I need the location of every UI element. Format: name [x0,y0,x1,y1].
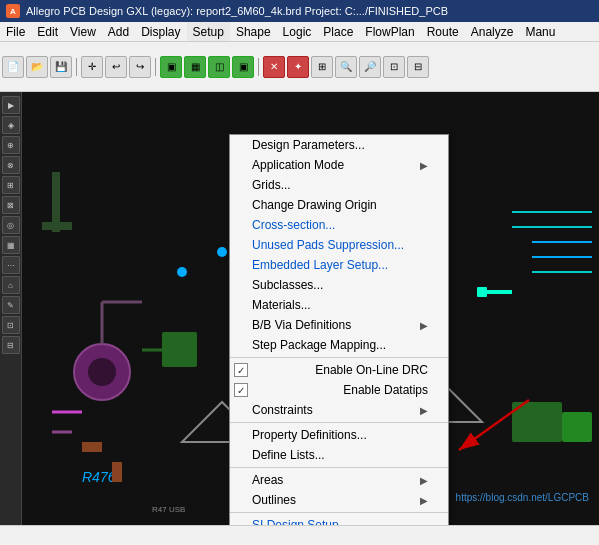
dd-step-pkg-label: Step Package Mapping... [252,338,386,352]
dd-embedded-layer[interactable]: Embedded Layer Setup... [230,255,448,275]
dd-change-origin-label: Change Drawing Origin [252,198,377,212]
toolbar-btn4[interactable]: ▣ [232,56,254,78]
menu-place[interactable]: Place [317,22,359,41]
toolbar-btn5[interactable]: ✕ [263,56,285,78]
dd-cross-section[interactable]: Cross-section... [230,215,448,235]
app-icon: A [6,4,20,18]
toolbar-save[interactable]: 💾 [50,56,72,78]
dd-constraints-label: Constraints [252,403,313,417]
sidebar-btn9[interactable]: ⋯ [2,256,20,274]
toolbar-btn6[interactable]: ✦ [287,56,309,78]
sidebar-btn6[interactable]: ⊠ [2,196,20,214]
sidebar-btn13[interactable]: ⊟ [2,336,20,354]
dd-constraints[interactable]: Constraints ▶ [230,400,448,420]
dd-step-pkg[interactable]: Step Package Mapping... [230,335,448,355]
toolbar-zoom-in[interactable]: 🔍 [335,56,357,78]
sidebar-btn7[interactable]: ◎ [2,216,20,234]
svg-rect-22 [82,442,102,452]
dd-subclasses-label: Subclasses... [252,278,323,292]
dd-outlines-arrow: ▶ [420,495,428,506]
toolbar-undo[interactable]: ↩ [105,56,127,78]
dd-app-mode-label: Application Mode [252,158,344,172]
menu-flowplan[interactable]: FlowPlan [359,22,420,41]
watermark: https://blog.csdn.net/LGCPCB [456,492,589,503]
toolbar-sep2 [155,58,156,76]
title-text: Allegro PCB Design GXL (legacy): report2… [26,5,448,17]
toolbar-zoom-fit[interactable]: ⊡ [383,56,405,78]
dd-property-defs[interactable]: Property Definitions... [230,425,448,445]
dd-design-params[interactable]: Design Parameters... [230,135,448,155]
toolbar-btn3[interactable]: ◫ [208,56,230,78]
toolbar-btn1[interactable]: ▣ [160,56,182,78]
toolbar-open[interactable]: 📂 [26,56,48,78]
dd-bb-via-arrow: ▶ [420,320,428,331]
dd-enable-datatips[interactable]: ✓ Enable Datatips [230,380,448,400]
dd-app-mode[interactable]: Application Mode ▶ [230,155,448,175]
svg-rect-14 [512,402,562,442]
svg-text:R47 USB: R47 USB [152,505,185,514]
toolbar-redo[interactable]: ↪ [129,56,151,78]
dd-bb-via[interactable]: B/B Via Definitions ▶ [230,315,448,335]
sidebar-btn3[interactable]: ⊕ [2,136,20,154]
menu-manu[interactable]: Manu [519,22,561,41]
svg-rect-23 [112,462,122,482]
dd-define-lists-label: Define Lists... [252,448,325,462]
main-area: ▶ ◈ ⊕ ⊗ ⊞ ⊠ ◎ ▦ ⋯ ⌂ ✎ ⊡ ⊟ [0,92,599,525]
menu-setup[interactable]: Setup [187,22,230,41]
menu-shape[interactable]: Shape [230,22,277,41]
dd-change-origin[interactable]: Change Drawing Origin [230,195,448,215]
dd-property-defs-label: Property Definitions... [252,428,367,442]
dd-design-params-label: Design Parameters... [252,138,365,152]
dd-cross-section-label: Cross-section... [252,218,335,232]
setup-dropdown[interactable]: Design Parameters... Application Mode ▶ … [229,134,449,525]
svg-point-20 [177,267,187,277]
toolbar-btn7[interactable]: ⊞ [311,56,333,78]
svg-rect-15 [562,412,592,442]
dd-subclasses[interactable]: Subclasses... [230,275,448,295]
menu-analyze[interactable]: Analyze [465,22,520,41]
menu-route[interactable]: Route [421,22,465,41]
sidebar-btn10[interactable]: ⌂ [2,276,20,294]
menu-display[interactable]: Display [135,22,186,41]
menu-view[interactable]: View [64,22,102,41]
menu-add[interactable]: Add [102,22,135,41]
dd-areas[interactable]: Areas ▶ [230,470,448,490]
dd-materials-label: Materials... [252,298,311,312]
sidebar-btn5[interactable]: ⊞ [2,176,20,194]
sidebar-btn2[interactable]: ◈ [2,116,20,134]
dd-grids[interactable]: Grids... [230,175,448,195]
sidebar-btn1[interactable]: ▶ [2,96,20,114]
dd-unused-pads[interactable]: Unused Pads Suppression... [230,235,448,255]
toolbar-zoom-area[interactable]: ⊟ [407,56,429,78]
dd-si-setup-label: SI Design Setup... [252,518,349,525]
svg-point-21 [217,247,227,257]
menu-bar: File Edit View Add Display Setup Shape L… [0,22,599,42]
dd-areas-label: Areas [252,473,283,487]
dd-app-mode-arrow: ▶ [420,160,428,171]
toolbar-cross[interactable]: ✛ [81,56,103,78]
svg-rect-2 [42,222,72,230]
toolbar-new[interactable]: 📄 [2,56,24,78]
svg-rect-5 [162,332,197,367]
dd-divider3 [230,467,448,468]
sidebar-btn4[interactable]: ⊗ [2,156,20,174]
dd-outlines[interactable]: Outlines ▶ [230,490,448,510]
toolbar-zoom-out[interactable]: 🔎 [359,56,381,78]
sidebar-btn11[interactable]: ✎ [2,296,20,314]
toolbar-btn2[interactable]: ▦ [184,56,206,78]
dd-define-lists[interactable]: Define Lists... [230,445,448,465]
dd-areas-arrow: ▶ [420,475,428,486]
dd-enable-drc[interactable]: ✓ Enable On-Line DRC [230,360,448,380]
dd-outlines-label: Outlines [252,493,296,507]
dd-bb-via-label: B/B Via Definitions [252,318,351,332]
toolbar-sep1 [76,58,77,76]
pcb-canvas: R4761 R47 USB Design Parameters... Appli… [22,92,599,525]
sidebar-btn12[interactable]: ⊡ [2,316,20,334]
menu-edit[interactable]: Edit [31,22,64,41]
dd-materials[interactable]: Materials... [230,295,448,315]
menu-file[interactable]: File [0,22,31,41]
status-bar [0,525,599,545]
sidebar-btn8[interactable]: ▦ [2,236,20,254]
menu-logic[interactable]: Logic [277,22,318,41]
dd-si-setup[interactable]: SI Design Setup... [230,515,448,525]
